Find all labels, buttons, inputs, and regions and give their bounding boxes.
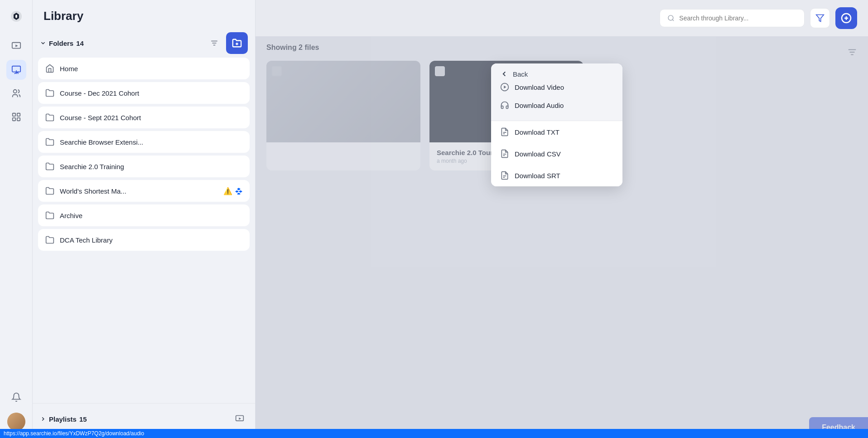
file-csv-icon: [500, 149, 509, 158]
nav-player-button[interactable]: [6, 36, 26, 56]
folder-name: Course - Dec 2021 Cohort: [60, 89, 230, 97]
download-srt-item[interactable]: Download SRT: [491, 165, 622, 186]
folder-icon: [45, 137, 54, 146]
sidebar-item-worlds-shortest[interactable]: World's Shortest Ma... ⚠️: [38, 180, 250, 202]
dropdown-white-section: Download TXT Download CSV: [491, 121, 622, 186]
user-avatar[interactable]: [7, 413, 25, 431]
download-csv-label: Download CSV: [515, 150, 561, 158]
playlists-action-button[interactable]: [231, 411, 248, 427]
playlists-toggle[interactable]: Playlists 15: [40, 415, 87, 423]
download-audio-label: Download Audio: [515, 102, 564, 109]
folder-icon: [45, 162, 54, 171]
svg-point-3: [13, 90, 16, 93]
folder-name: Searchie 2.0 Training: [60, 163, 230, 170]
nav-team-button[interactable]: [6, 83, 26, 103]
folders-header: Folders 14: [33, 29, 255, 58]
download-txt-label: Download TXT: [515, 128, 559, 136]
folders-actions: [206, 32, 248, 54]
download-video-item[interactable]: Download Video: [500, 78, 613, 96]
search-box[interactable]: [660, 9, 805, 27]
dropdown-gray-section: Back Download Video: [491, 63, 622, 121]
dropbox-icon: [235, 187, 242, 195]
svg-marker-33: [504, 86, 506, 89]
play-circle-icon: [500, 83, 509, 92]
folders-label-text: Folders: [49, 39, 73, 47]
download-video-label: Download Video: [515, 83, 564, 91]
page-title: Library: [43, 9, 83, 23]
dropdown-back-button[interactable]: Back: [500, 70, 613, 78]
playlists-label-text: Playlists: [49, 415, 77, 423]
status-bar: https://app.searchie.io/files/YxDWzP7Q2g…: [0, 429, 868, 438]
folder-name: Archive: [60, 212, 230, 219]
folder-name: Course - Sept 2021 Cohort: [60, 114, 230, 122]
search-icon: [667, 14, 675, 22]
svg-line-23: [672, 19, 674, 21]
folder-name: World's Shortest Ma...: [60, 187, 218, 195]
sidebar-item-dca-tech[interactable]: DCA Tech Library: [38, 229, 250, 251]
add-content-button[interactable]: [835, 7, 857, 29]
download-txt-item[interactable]: Download TXT: [491, 121, 622, 143]
nav-library-button[interactable]: [6, 60, 26, 80]
app-logo[interactable]: [7, 7, 25, 25]
file-txt-icon: [500, 127, 509, 136]
download-dropdown: Back Download Video: [491, 63, 622, 186]
sidebar: Library Folders 14: [33, 0, 256, 438]
download-audio-item[interactable]: Download Audio: [500, 96, 613, 114]
sidebar-item-course-dec[interactable]: Course - Dec 2021 Cohort: [38, 82, 250, 104]
warning-icon: ⚠️: [223, 187, 232, 195]
folder-icon: [45, 186, 54, 195]
playlists-count: 15: [79, 415, 87, 423]
sidebar-item-training[interactable]: Searchie 2.0 Training: [38, 156, 250, 177]
svg-rect-4: [12, 113, 15, 116]
svg-point-22: [668, 15, 673, 20]
svg-marker-16: [236, 139, 241, 145]
download-csv-item[interactable]: Download CSV: [491, 143, 622, 165]
folder-icon: [45, 211, 54, 220]
headphones-icon: [500, 101, 509, 110]
folder-name: Home: [60, 65, 230, 73]
main-header: [256, 0, 868, 36]
filter-button[interactable]: [810, 8, 830, 28]
folder-list: Home Course - Dec 2021 Cohort: [33, 58, 255, 403]
folders-sort-button[interactable]: [206, 35, 222, 51]
back-label: Back: [513, 70, 528, 78]
folder-name: DCA Tech Library: [60, 236, 230, 244]
svg-marker-24: [816, 15, 824, 22]
folder-icon: [45, 88, 54, 97]
nav-notifications-button[interactable]: [6, 387, 26, 407]
folder-icon: [45, 113, 54, 122]
sidebar-header: Library: [33, 0, 255, 29]
sidebar-item-archive[interactable]: Archive: [38, 204, 250, 226]
home-icon: [45, 64, 54, 73]
sidebar-item-browser-ext[interactable]: Searchie Browser Extensi...: [38, 131, 250, 153]
folder-name: Searchie Browser Extensi...: [60, 138, 230, 146]
nav-sidebar: [0, 0, 33, 438]
playlists-header: Playlists 15: [40, 407, 248, 431]
sidebar-item-home[interactable]: Home: [38, 58, 250, 79]
content-area: Showing 2 files: [256, 36, 868, 438]
svg-rect-7: [17, 118, 19, 121]
status-url: https://app.searchie.io/files/YxDWzP7Q2g…: [4, 430, 144, 437]
main-content: Showing 2 files: [256, 0, 868, 438]
add-folder-button[interactable]: [226, 32, 248, 54]
header-right: [660, 7, 857, 29]
folders-count: 14: [76, 39, 84, 47]
svg-rect-6: [12, 118, 15, 121]
nav-apps-button[interactable]: [6, 107, 26, 127]
sidebar-item-course-sept[interactable]: Course - Sept 2021 Cohort: [38, 107, 250, 128]
folders-toggle[interactable]: Folders 14: [40, 39, 84, 47]
file-srt-icon: [500, 171, 509, 180]
folder-item-actions: ⚠️: [223, 187, 242, 195]
folder-icon: [45, 235, 54, 244]
svg-marker-21: [239, 418, 241, 420]
download-srt-label: Download SRT: [515, 172, 560, 180]
svg-rect-5: [17, 113, 19, 116]
svg-marker-1: [15, 44, 18, 47]
search-input[interactable]: [679, 15, 797, 22]
